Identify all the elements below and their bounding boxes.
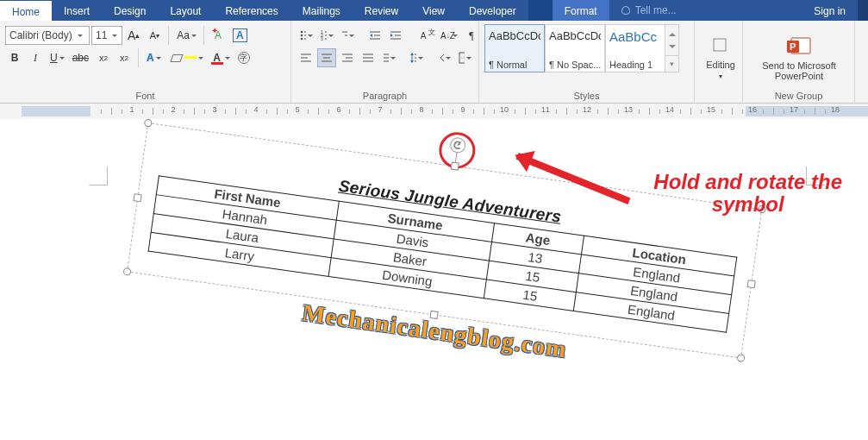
- highlight-icon: [169, 50, 184, 66]
- strikethrough-button[interactable]: abc: [69, 48, 92, 67]
- tell-me-label: Tell me...: [635, 4, 677, 16]
- group-font: Calibri (Body) 11 A▴ A▾ Aa ✦ A A B I: [0, 21, 291, 103]
- align-left-button[interactable]: [297, 48, 315, 67]
- clear-formatting-button[interactable]: ✦ A: [209, 26, 228, 45]
- align-center-button[interactable]: [317, 48, 336, 67]
- show-marks-button[interactable]: ¶: [462, 26, 481, 45]
- textbox[interactable]: Serious Jungle Adventurers First NameSur…: [127, 123, 762, 359]
- svg-rect-48: [714, 39, 726, 51]
- handle-bottom[interactable]: [429, 311, 438, 319]
- tell-me[interactable]: Tell me...: [609, 0, 689, 21]
- subscript-button[interactable]: x2: [94, 48, 113, 67]
- group-editing: Editing ▾: [695, 21, 743, 103]
- text-direction-button[interactable]: A文: [414, 26, 433, 45]
- increase-indent-button[interactable]: [386, 26, 405, 45]
- superscript-button[interactable]: x2: [115, 48, 134, 67]
- handle-right[interactable]: [747, 280, 756, 288]
- group-styles-label: Styles: [484, 89, 689, 101]
- grow-font-button[interactable]: A▴: [124, 26, 143, 45]
- handle-left[interactable]: [134, 193, 142, 202]
- textbox-container: Serious Jungle Adventurers First NameSur…: [423, 241, 868, 440]
- distributed-button[interactable]: [379, 48, 398, 67]
- highlight-button[interactable]: [165, 48, 206, 67]
- indent-icon: [390, 30, 402, 41]
- tab-references[interactable]: References: [213, 0, 290, 21]
- svg-marker-18: [370, 34, 372, 37]
- underline-button[interactable]: U: [47, 48, 67, 67]
- svg-point-0: [301, 31, 303, 34]
- align-right-button[interactable]: [338, 48, 357, 67]
- tab-insert[interactable]: Insert: [52, 0, 102, 21]
- font-name-combo[interactable]: Calibri (Body): [5, 26, 90, 45]
- style-preview: AaBbCcDc: [549, 29, 601, 42]
- borders-icon: [459, 52, 465, 64]
- editing-label: Editing: [706, 60, 735, 70]
- styles-scroll[interactable]: ▾: [665, 24, 679, 72]
- decrease-indent-button[interactable]: [365, 26, 384, 45]
- shrink-font-button[interactable]: A▾: [145, 26, 164, 45]
- tab-mailings[interactable]: Mailings: [290, 0, 353, 21]
- font-name-value: Calibri (Body): [9, 29, 72, 41]
- svg-text:3: 3: [321, 36, 323, 41]
- styles-scroll-down[interactable]: [665, 41, 678, 56]
- group-styles: AaBbCcDc ¶ Normal AaBbCcDc ¶ No Spac... …: [479, 21, 695, 103]
- handle-bottom-left[interactable]: [122, 267, 131, 276]
- bold-button[interactable]: B: [5, 48, 24, 67]
- multilevel-list-button[interactable]: [338, 26, 357, 45]
- svg-text:P: P: [790, 41, 796, 52]
- page-corner-tl: [89, 167, 108, 185]
- svg-point-2: [301, 35, 303, 37]
- enclose-characters-button[interactable]: 字: [234, 48, 253, 67]
- italic-button[interactable]: I: [26, 48, 45, 67]
- group-editing-label: [700, 99, 737, 101]
- style-normal[interactable]: AaBbCcDc ¶ Normal: [484, 24, 545, 72]
- shading-button[interactable]: [434, 48, 453, 67]
- justify-button[interactable]: [359, 48, 378, 67]
- style-name: ¶ No Spac...: [549, 60, 601, 70]
- bulb-icon: [621, 6, 630, 15]
- send-to-powerpoint-button[interactable]: P Send to Microsoft PowerPoint: [748, 24, 850, 86]
- sign-in[interactable]: Sign in: [802, 0, 858, 21]
- justify-icon: [362, 53, 374, 63]
- tab-home[interactable]: Home: [0, 0, 52, 21]
- character-border-button[interactable]: A: [229, 26, 251, 45]
- group-new-label: New Group: [748, 89, 849, 101]
- line-spacing-icon: [410, 52, 416, 64]
- rotate-handle[interactable]: [449, 136, 466, 154]
- tab-review[interactable]: Review: [353, 0, 410, 21]
- numbering-button[interactable]: 123: [317, 26, 336, 45]
- tab-format[interactable]: Format: [553, 0, 609, 21]
- styles-more[interactable]: ▾: [665, 55, 678, 72]
- styles-scroll-up[interactable]: [665, 25, 678, 41]
- font-size-combo[interactable]: 11: [91, 26, 122, 45]
- ruler[interactable]: 123456789101112131415161718: [0, 104, 868, 119]
- borders-button[interactable]: [455, 48, 474, 67]
- distributed-icon: [383, 53, 389, 63]
- group-new: P Send to Microsoft PowerPoint New Group: [743, 21, 855, 103]
- change-case-button[interactable]: Aa: [173, 26, 199, 45]
- editing-button[interactable]: Editing ▾: [700, 24, 741, 86]
- line-spacing-button[interactable]: [407, 48, 426, 67]
- handle-top[interactable]: [451, 162, 459, 171]
- bullets-icon: [300, 30, 306, 41]
- document-area: Serious Jungle Adventurers First NameSur…: [0, 119, 868, 440]
- font-color-button[interactable]: A: [208, 48, 233, 67]
- send-to-powerpoint-label: Send to Microsoft PowerPoint: [751, 60, 847, 81]
- handle-bottom-right[interactable]: [736, 354, 745, 362]
- style-no-spacing[interactable]: AaBbCcDc ¶ No Spac...: [545, 24, 605, 72]
- highlight-color-swatch: [184, 56, 197, 59]
- handle-top-left[interactable]: [144, 118, 153, 127]
- tab-developer[interactable]: Developer: [457, 0, 528, 21]
- paint-bucket-icon: [438, 52, 444, 64]
- align-left-icon: [300, 53, 312, 63]
- tab-design[interactable]: Design: [102, 0, 158, 21]
- rotate-icon: [453, 141, 463, 150]
- tab-view[interactable]: View: [410, 0, 457, 21]
- sort-button[interactable]: A↓Z: [441, 26, 460, 45]
- group-font-label: Font: [5, 89, 285, 101]
- style-preview: AaBbCcDc: [489, 29, 540, 42]
- tab-layout[interactable]: Layout: [158, 0, 213, 21]
- bullets-button[interactable]: [297, 26, 315, 45]
- style-heading1[interactable]: AaBbCc Heading 1: [605, 24, 665, 72]
- text-effects-button[interactable]: A: [143, 48, 164, 67]
